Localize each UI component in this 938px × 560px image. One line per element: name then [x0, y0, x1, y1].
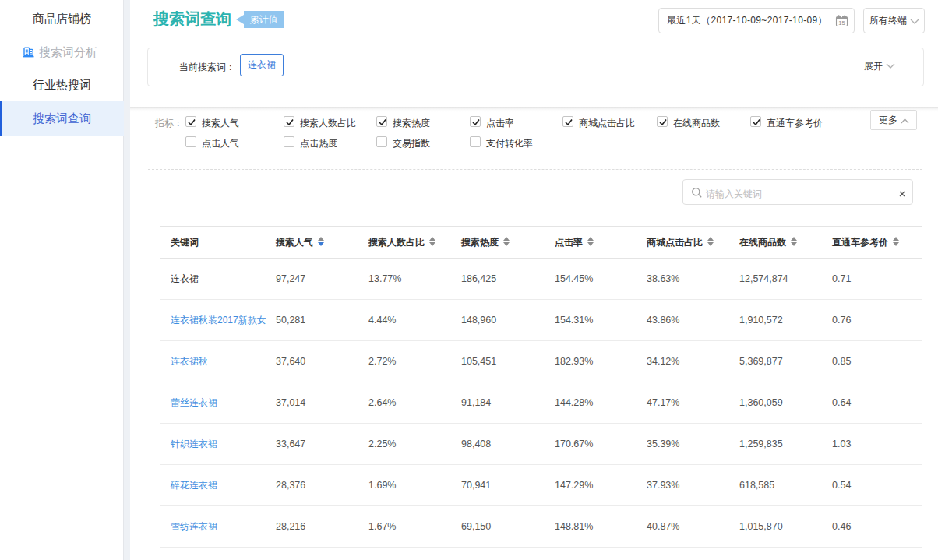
- svg-text:15: 15: [838, 19, 845, 26]
